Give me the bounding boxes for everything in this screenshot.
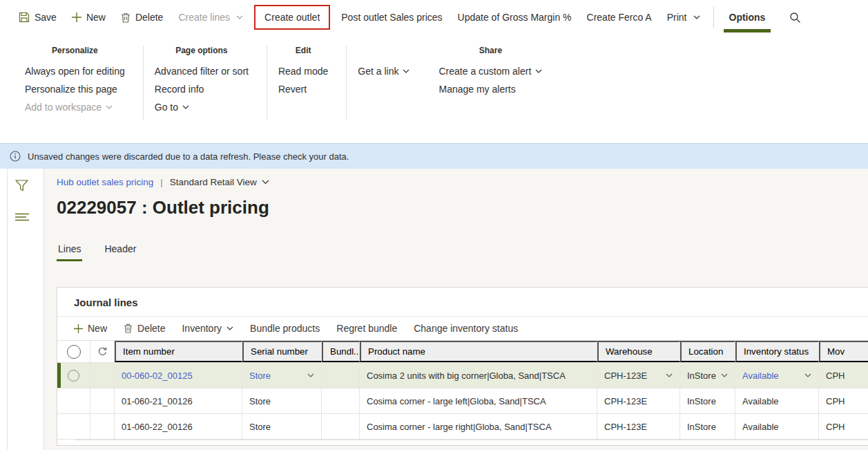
advanced-filter-or-sort-button[interactable]: Advanced filter or sort (155, 62, 249, 80)
item-number-link[interactable]: 00-060-02_00125 (122, 371, 193, 381)
chevron-down-icon (236, 15, 243, 19)
tab-lines[interactable]: Lines (57, 243, 82, 261)
mov-cell[interactable]: CPH (819, 363, 868, 388)
select-all-radio[interactable] (67, 345, 81, 359)
create-lines-label: Create lines (178, 12, 230, 23)
location-cell[interactable]: InStore (680, 388, 735, 413)
always-open-for-editing-button[interactable]: Always open for editing (25, 62, 125, 80)
chevron-down-icon[interactable] (307, 373, 314, 377)
item-number-cell[interactable]: 01-060-21_00126 (115, 388, 242, 413)
record-info-button[interactable]: Record info (155, 80, 249, 98)
warehouse-cell[interactable]: CPH-123E (597, 414, 680, 439)
read-mode-button[interactable]: Read mode (278, 62, 328, 80)
product-name-cell[interactable]: Cosima 2 units with big corner|Globa, Sa… (360, 363, 597, 388)
personalize-this-page-button[interactable]: Personalize this page (25, 80, 125, 98)
ritem-label: Advanced filter or sort (155, 62, 249, 80)
inventory-status-cell[interactable]: Available (735, 414, 819, 439)
row-select-cell[interactable] (57, 388, 90, 413)
item-number-cell[interactable]: 00-060-02_00125 (115, 363, 242, 388)
active-row-indicator (57, 363, 61, 388)
breadcrumb-link[interactable]: Hub outlet sales pricing (57, 177, 153, 187)
manage-my-alerts-button[interactable]: Manage my alerts (438, 80, 542, 98)
ribbon-group-share: Share Create a custom alert Manage my al… (427, 46, 560, 120)
product-name-cell[interactable]: Cosima corner - large left|Globa, Sand|T… (360, 388, 597, 413)
chevron-down-icon[interactable] (804, 373, 811, 377)
mov-cell[interactable]: CPH (819, 388, 868, 413)
update-gross-margin-button[interactable]: Update of Gross Margin % (452, 8, 578, 27)
add-to-workspace-button[interactable]: Add to workspace (25, 98, 125, 116)
column-header-serial-number[interactable]: Serial number (242, 341, 322, 362)
column-header-product-name[interactable]: Product name (360, 341, 597, 362)
ritem-label: Add to workspace (25, 98, 102, 116)
row-select-cell[interactable] (57, 414, 90, 439)
view-selector[interactable]: Standard Retail View (170, 177, 269, 187)
go-to-button[interactable]: Go to (155, 98, 249, 116)
item-number-cell[interactable]: 01-060-22_00126 (115, 414, 242, 439)
save-button[interactable]: Save (12, 8, 63, 27)
column-header-inventory-status[interactable]: Inventory status (735, 341, 819, 362)
warehouse-cell[interactable]: CPH-123E (597, 388, 680, 413)
chevron-down-icon[interactable] (666, 373, 673, 377)
options-button[interactable]: Options (721, 8, 774, 27)
location-cell[interactable]: InStore (680, 363, 735, 388)
journal-lines-grid: Item number Serial number Bundl... Produ… (57, 340, 868, 445)
grid-new-button[interactable]: New (74, 323, 107, 334)
print-button[interactable]: Print (661, 8, 706, 27)
column-header-item-number[interactable]: Item number (115, 341, 242, 362)
bundle-cell[interactable] (322, 388, 360, 413)
location-cell[interactable]: InStore (680, 414, 735, 439)
row-select-radio[interactable] (68, 370, 79, 382)
bundle-cell[interactable] (322, 363, 360, 388)
page-title: 02229057 : Outlet pricing (57, 197, 868, 218)
inventory-status-link[interactable]: Available (742, 371, 779, 381)
chevron-down-icon (693, 15, 700, 19)
create-custom-alert-button[interactable]: Create a custom alert (438, 62, 542, 80)
chevron-down-icon[interactable] (721, 373, 728, 377)
change-inventory-status-button[interactable]: Change inventory status (414, 323, 518, 334)
filter-pane-button[interactable] (14, 178, 30, 194)
inventory-status-cell[interactable]: Available (735, 388, 819, 413)
main-area: Hub outlet sales pricing | Standard Reta… (0, 169, 868, 450)
update-gross-margin-label: Update of Gross Margin % (458, 12, 572, 23)
new-button[interactable]: New (66, 8, 112, 27)
tab-header[interactable]: Header (103, 243, 137, 261)
list-pane-button[interactable] (14, 212, 30, 223)
create-lines-button[interactable]: Create lines (172, 8, 249, 27)
location-value: InStore (687, 371, 716, 381)
view-name: Standard Retail View (170, 177, 257, 187)
options-label: Options (729, 12, 766, 23)
journal-lines-title: Journal lines (57, 288, 868, 317)
breadcrumb-separator: | (160, 177, 163, 187)
post-outlet-sales-prices-button[interactable]: Post outlet Sales prices (335, 8, 448, 27)
regret-bundle-button[interactable]: Regret bundle (336, 323, 397, 334)
ribbon-group-page-options: Page options Advanced filter or sort Rec… (144, 46, 267, 120)
message-bar: Unsaved changes were discarded due to a … (0, 143, 868, 169)
serial-number-cell[interactable]: Store (242, 414, 322, 439)
get-a-link-button[interactable]: Get a link (358, 62, 409, 80)
create-ferco-a-button[interactable]: Create Ferco A (581, 8, 658, 27)
refresh-icon (97, 346, 108, 357)
delete-button[interactable]: Delete (115, 8, 169, 27)
serial-number-cell[interactable]: Store (242, 363, 322, 388)
revert-button[interactable]: Revert (278, 80, 328, 98)
column-header-mov[interactable]: Mov (819, 341, 868, 362)
warehouse-cell[interactable]: CPH-123E (597, 363, 680, 388)
bundle-products-button[interactable]: Bundle products (250, 323, 320, 334)
ritem-label: Personalize this page (25, 80, 117, 98)
search-button[interactable] (783, 8, 807, 28)
column-header-location[interactable]: Location (680, 341, 735, 362)
bundle-cell[interactable] (322, 414, 360, 439)
group-title: Page options (155, 46, 249, 55)
grid-inventory-button[interactable]: Inventory (182, 323, 233, 334)
inventory-status-cell[interactable]: Available (735, 363, 819, 388)
column-header-bundle[interactable]: Bundl... (322, 341, 360, 362)
product-name-cell[interactable]: Cosima corner - large right|Globa, Sand|… (360, 414, 597, 439)
create-outlet-button[interactable]: Create outlet (258, 8, 326, 27)
serial-number-cell[interactable]: Store (242, 388, 322, 413)
mov-cell[interactable]: CPH (819, 414, 868, 439)
grid-delete-button[interactable]: Delete (124, 323, 165, 334)
print-label: Print (667, 12, 687, 23)
refresh-button[interactable] (97, 346, 108, 357)
column-header-warehouse[interactable]: Warehouse (597, 341, 680, 362)
serial-number-link[interactable]: Store (249, 371, 271, 381)
